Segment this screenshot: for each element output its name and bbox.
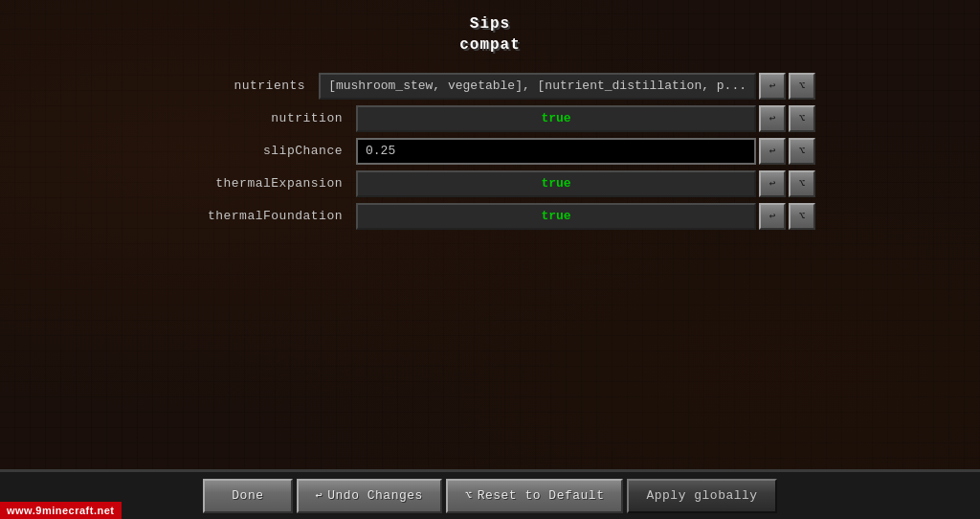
- settings-table: nutrients[mushroom_stew, vegetable], [nu…: [165, 72, 815, 235]
- undo-btn-slipChance[interactable]: ↩: [759, 138, 786, 165]
- reset-to-default-button[interactable]: ⌥ Reset to Default: [446, 479, 624, 513]
- undo-label: Undo Changes: [327, 488, 423, 503]
- reset-btn-nutrition[interactable]: ⌥: [789, 105, 815, 132]
- setting-row-thermalFoundation: thermalFoundationtrue↩⌥: [165, 202, 815, 231]
- undo-btn-thermalFoundation[interactable]: ↩: [759, 203, 786, 230]
- setting-label-nutrition: nutrition: [165, 111, 356, 125]
- setting-value-container-thermalFoundation: true↩⌥: [356, 203, 815, 230]
- setting-value-thermalExpansion: true: [356, 170, 756, 197]
- header: Sips compat: [0, 0, 980, 62]
- footer: www.9minecraft.net Done ↩ Undo Changes ⌥…: [0, 469, 980, 519]
- setting-row-nutrients: nutrients[mushroom_stew, vegetable], [nu…: [165, 72, 815, 101]
- setting-label-thermalExpansion: thermalExpansion: [165, 176, 356, 191]
- setting-label-thermalFoundation: thermalFoundation: [165, 209, 356, 223]
- setting-label-slipChance: slipChance: [165, 144, 356, 158]
- setting-value-container-thermalExpansion: true↩⌥: [356, 170, 815, 197]
- watermark: www.9minecraft.net: [0, 502, 122, 519]
- done-button[interactable]: Done: [203, 479, 292, 513]
- apply-label: Apply globally: [646, 488, 757, 503]
- setting-value-container-nutrition: true↩⌥: [356, 105, 815, 132]
- undo-btn-thermalExpansion[interactable]: ↩: [759, 170, 786, 197]
- apply-globally-button[interactable]: Apply globally: [627, 479, 776, 513]
- page-title: Sips compat: [0, 13, 980, 56]
- setting-value-nutrition: true: [356, 105, 756, 132]
- reset-label: Reset to Default: [478, 488, 605, 503]
- setting-row-slipChance: slipChance0.25↩⌥: [165, 137, 815, 166]
- setting-label-nutrients: nutrients: [165, 79, 319, 93]
- undo-changes-button[interactable]: ↩ Undo Changes: [297, 479, 442, 513]
- setting-value-thermalFoundation: true: [356, 203, 756, 230]
- setting-value-slipChance[interactable]: 0.25: [356, 138, 756, 165]
- reset-icon: ⌥: [465, 488, 473, 503]
- setting-row-nutrition: nutritiontrue↩⌥: [165, 104, 815, 133]
- main-page: Sips compat nutrients[mushroom_stew, veg…: [0, 0, 980, 519]
- setting-row-thermalExpansion: thermalExpansiontrue↩⌥: [165, 169, 815, 198]
- setting-value-container-nutrients: [mushroom_stew, vegetable], [nutrient_di…: [319, 73, 815, 100]
- reset-btn-slipChance[interactable]: ⌥: [789, 138, 815, 165]
- main-content: nutrients[mushroom_stew, vegetable], [nu…: [0, 62, 980, 469]
- done-label: Done: [232, 488, 263, 503]
- undo-icon: ↩: [316, 488, 323, 503]
- reset-btn-nutrients[interactable]: ⌥: [789, 73, 815, 100]
- undo-btn-nutrition[interactable]: ↩: [759, 105, 786, 132]
- setting-value-container-slipChance: 0.25↩⌥: [356, 138, 815, 165]
- reset-btn-thermalExpansion[interactable]: ⌥: [789, 170, 815, 197]
- setting-value-nutrients: [mushroom_stew, vegetable], [nutrient_di…: [319, 73, 756, 100]
- undo-btn-nutrients[interactable]: ↩: [759, 73, 786, 100]
- reset-btn-thermalFoundation[interactable]: ⌥: [789, 203, 815, 230]
